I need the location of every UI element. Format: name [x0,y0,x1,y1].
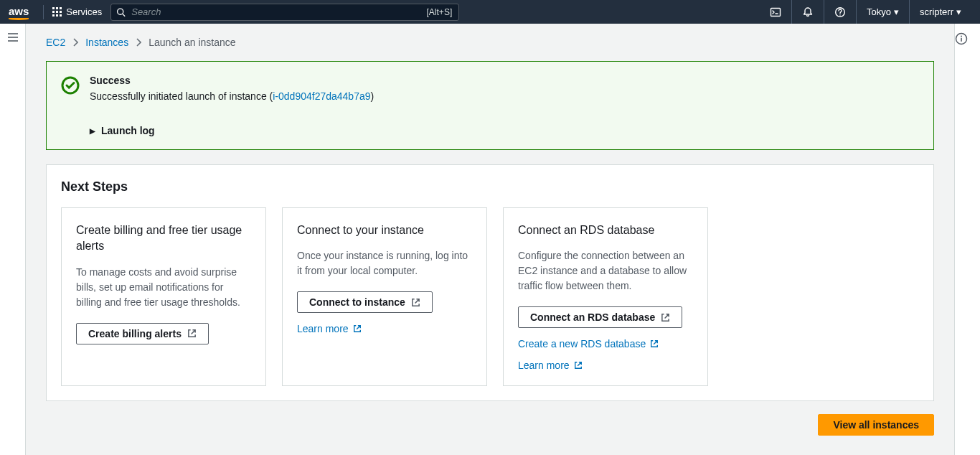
create-rds-database-link[interactable]: Create a new RDS database [518,338,659,350]
left-sidebar-collapsed [0,24,26,455]
svg-point-9 [961,36,962,37]
external-link-icon [650,339,659,348]
notifications-button[interactable] [791,0,824,24]
top-nav: aws Services [Alt+S] Tokyo ▾ scripterr ▾ [0,0,980,24]
aws-logo[interactable]: aws [9,5,29,19]
view-all-instances-button[interactable]: View all instances [818,414,934,436]
card-title: Connect an RDS database [518,222,693,238]
sidebar-toggle[interactable] [7,32,19,42]
info-panel-toggle[interactable] [955,32,980,45]
breadcrumb-ec2[interactable]: EC2 [46,37,65,48]
external-link-icon [661,313,670,322]
card-description: Configure the connection between an EC2 … [518,248,693,294]
learn-more-link[interactable]: Learn more [297,323,362,334]
external-link-icon [574,361,583,370]
chevron-right-icon [72,38,78,47]
search-container: [Alt+S] [110,4,459,21]
svg-rect-10 [961,38,962,42]
connect-rds-database-button[interactable]: Connect an RDS database [518,306,682,328]
next-steps-panel: Next Steps Create billing and free tier … [46,164,934,401]
svg-line-1 [123,14,125,16]
success-flash: Success Successfully initiated launch of… [46,61,934,150]
svg-rect-2 [771,8,781,16]
learn-more-link[interactable]: Learn more [518,360,583,371]
success-check-icon [61,76,80,95]
breadcrumb: EC2 Instances Launch an instance [46,37,934,48]
external-link-icon [353,324,362,333]
card-billing-alerts: Create billing and free tier usage alert… [61,207,266,386]
success-message: Successfully initiated launch of instanc… [90,90,374,102]
card-title: Create billing and free tier usage alert… [76,222,251,255]
card-connect-rds: Connect an RDS database Configure the co… [503,207,708,386]
services-label: Services [66,6,102,17]
search-icon [116,7,126,17]
card-description: To manage costs and avoid surprise bills… [76,265,251,310]
next-steps-cards: Create billing and free tier usage alert… [61,207,919,386]
launch-log-toggle[interactable]: ▶ Launch log [90,125,919,136]
instance-id-link[interactable]: i-0dd904f27da44b7a9 [273,90,370,102]
card-description: Once your instance is running, log into … [297,248,472,278]
caret-down-icon: ▾ [894,6,899,17]
region-selector[interactable]: Tokyo ▾ [856,0,909,24]
launch-log-label: Launch log [101,125,155,136]
svg-point-0 [118,9,123,14]
help-button[interactable] [824,0,856,24]
external-link-icon [187,329,197,338]
footer-actions: View all instances [46,414,934,436]
external-link-icon [411,298,420,307]
user-label: scripterr [920,6,953,17]
chevron-right-icon [136,38,141,47]
card-title: Connect to your instance [297,222,472,238]
top-utility-icons [760,0,856,24]
account-menu[interactable]: scripterr ▾ [909,0,971,24]
right-info-panel-collapsed [954,24,980,455]
search-input[interactable] [110,4,459,21]
success-title: Success [90,75,374,86]
services-menu-button[interactable]: Services [52,6,102,17]
next-steps-title: Next Steps [61,179,919,194]
cloudshell-button[interactable] [760,0,791,24]
grid-icon [52,7,62,17]
divider [43,5,44,19]
card-connect-instance: Connect to your instance Once your insta… [282,207,487,386]
breadcrumb-instances[interactable]: Instances [85,37,128,48]
connect-to-instance-button[interactable]: Connect to instance [297,291,433,313]
create-billing-alerts-button[interactable]: Create billing alerts [76,323,209,344]
caret-down-icon: ▾ [956,6,961,17]
triangle-right-icon: ▶ [90,127,95,135]
search-shortcut-hint: [Alt+S] [427,7,453,17]
main-content: EC2 Instances Launch an instance Success… [26,24,954,455]
breadcrumb-current: Launch an instance [149,37,235,48]
region-label: Tokyo [867,6,891,17]
